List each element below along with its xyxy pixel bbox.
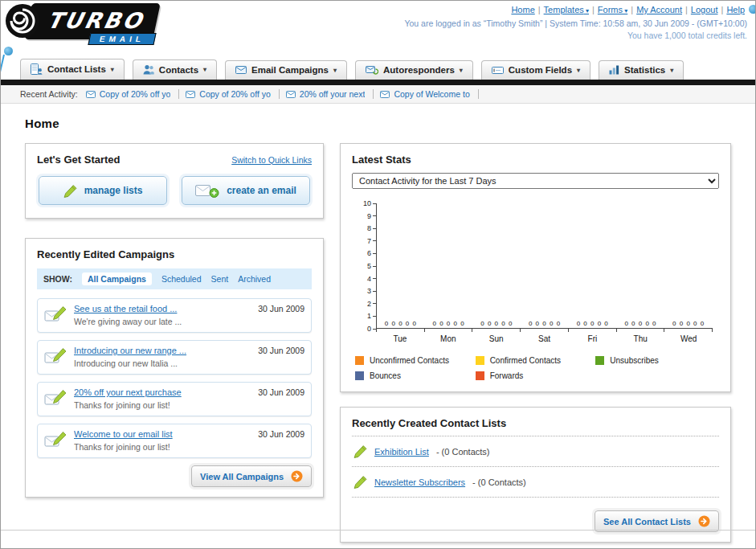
top-link-help[interactable]: Help [726, 5, 745, 14]
legend-label: Unconfirmed Contacts [370, 356, 449, 365]
legend-swatch [355, 356, 364, 365]
main-nav: Contact Lists▾Contacts▾Email Campaigns▾A… [1, 54, 755, 80]
campaign-list: See us at the retail food ...We're givin… [37, 298, 312, 458]
y-axis-tick-label: 4 [367, 275, 376, 283]
chart-x-ticks [376, 329, 713, 332]
envelope-icon [286, 91, 296, 98]
tab-autoresponders[interactable]: Autoresponders▾ [355, 60, 473, 80]
campaign-date: 30 Jun 2009 [258, 387, 304, 397]
chart-value-labels-group: 0 0 0 0 0 [569, 320, 617, 327]
filter-archived[interactable]: Archived [238, 274, 271, 284]
turbo-swirl-icon [4, 2, 41, 39]
y-axis-tick-label: 10 [363, 199, 376, 207]
chart-plot-area: 109876543210 0 0 0 0 00 0 0 0 00 0 0 0 0… [358, 203, 713, 329]
campaigns-filter-bar: SHOW: All CampaignsScheduledSentArchived [37, 268, 312, 289]
recent-activity-item[interactable]: Copy of 20% off yo [86, 89, 180, 99]
x-axis-tick [617, 329, 665, 332]
x-axis-label: Thu [616, 334, 664, 343]
pencil-icon [353, 445, 367, 458]
top-link-my-account[interactable]: My Account [636, 5, 682, 14]
tab-label: Contact Lists [47, 64, 106, 74]
see-all-contact-lists-button[interactable]: See All Contact Lists [595, 510, 719, 532]
page-title: Home [25, 117, 731, 130]
tab-statistics[interactable]: Statistics▾ [599, 60, 684, 80]
recent-activity-item-label: Copy of 20% off yo [100, 89, 171, 99]
top-link-forms[interactable]: Forms ▾ [598, 5, 627, 14]
switch-to-quick-links-link[interactable]: Switch to Quick Links [231, 155, 312, 165]
campaign-texts: See us at the retail food ...We're givin… [74, 304, 246, 326]
envelope-pencil-icon [44, 431, 67, 449]
get-started-title: Let's Get Started [37, 154, 121, 166]
button-label: View All Campaigns [200, 472, 284, 481]
campaign-title-link[interactable]: 20% off your next purchase [74, 387, 246, 397]
campaign-date: 30 Jun 2009 [258, 346, 304, 355]
campaign-item: Welcome to our email listThanks for join… [37, 424, 312, 458]
campaign-subtitle: Thanks for joining our list! [74, 400, 246, 410]
view-all-campaigns-button[interactable]: View All Campaigns [191, 465, 312, 487]
x-axis-label: Tue [376, 334, 424, 343]
contact-list-item: Newsletter Subscribers- (0 Contacts) [352, 467, 719, 498]
x-axis-tick [569, 329, 617, 332]
tab-label: Autoresponders [383, 65, 455, 75]
contact-list-link[interactable]: Exhibition List [374, 447, 429, 457]
envelope-icon [186, 91, 195, 98]
tab-custom-fields[interactable]: Custom Fields▾ [481, 60, 590, 80]
create-an-email-button[interactable]: create an email [182, 176, 310, 205]
tab-email-campaigns[interactable]: Email Campaigns▾ [225, 60, 347, 80]
y-axis-tick-label: 3 [367, 287, 376, 295]
chevron-down-icon: ▾ [333, 67, 337, 74]
manage-lists-button[interactable]: manage lists [39, 176, 167, 205]
stats-period-select[interactable]: Contact Activity for the Last 7 Days [352, 173, 719, 189]
annotation-dot [4, 47, 13, 55]
tab-contact-lists[interactable]: Contact Lists▾ [20, 59, 125, 80]
recent-activity-item[interactable]: Copy of Welcome to [380, 89, 478, 99]
autoresponders-icon [366, 66, 378, 75]
y-tick-value: 1 [367, 312, 371, 320]
contact-lists-icon [31, 64, 43, 75]
y-tick-value: 3 [367, 287, 371, 295]
chart-plot: 0 0 0 0 00 0 0 0 00 0 0 0 00 0 0 0 00 0 … [376, 203, 713, 329]
legend-swatch [355, 371, 364, 380]
button-label: create an email [227, 185, 296, 196]
campaign-subtitle: Thanks for joining our list! [74, 442, 246, 452]
top-link-templates[interactable]: Templates ▾ [544, 5, 589, 14]
envelope-pencil-icon [44, 305, 67, 323]
tab-contacts[interactable]: Contacts▾ [133, 59, 217, 80]
button-label: manage lists [84, 185, 143, 196]
chevron-down-icon: ▾ [623, 7, 627, 14]
chevron-down-icon: ▾ [203, 66, 206, 73]
link-separator: | [721, 5, 724, 14]
filter-sent[interactable]: Sent [211, 274, 229, 284]
top-link-logout[interactable]: Logout [691, 5, 718, 14]
y-axis-tick-label: 7 [367, 237, 376, 245]
top-nav: Home|Templates ▾|Forms ▾|My Account|Logo… [404, 5, 747, 14]
pencil-icon [353, 475, 367, 489]
legend-item: Unconfirmed Contacts [355, 356, 476, 365]
campaign-subtitle: Introducing our new Italia ... [74, 358, 246, 368]
contact-list-link[interactable]: Newsletter Subscribers [374, 477, 465, 487]
chart-value-labels-group: 0 0 0 0 0 [472, 320, 521, 327]
get-started-buttons: manage listscreate an email [37, 176, 312, 208]
show-label: SHOW: [43, 274, 72, 284]
recent-activity-item[interactable]: Copy of 20% off yo [186, 89, 280, 99]
chevron-down-icon: ▾ [577, 67, 580, 74]
legend-label: Forwards [490, 371, 524, 380]
link-separator: | [685, 5, 688, 14]
y-tick-value: 5 [367, 262, 371, 270]
campaign-item: Introducing our new range ...Introducing… [37, 340, 312, 375]
logo-word-email: EMAIL [88, 33, 156, 45]
campaign-title-link[interactable]: Welcome to our email list [74, 429, 246, 439]
campaign-title-link[interactable]: Introducing our new range ... [74, 346, 246, 355]
footer-divider [1, 530, 755, 531]
email-campaigns-icon [235, 66, 247, 74]
filter-all-campaigns[interactable]: All Campaigns [82, 272, 152, 285]
campaign-title-link[interactable]: See us at the retail food ... [74, 304, 246, 313]
recent-activity-item[interactable]: 20% off your next [286, 89, 374, 99]
top-link-home[interactable]: Home [511, 5, 534, 14]
y-tick-value: 0 [367, 325, 371, 333]
filter-scheduled[interactable]: Scheduled [161, 274, 202, 284]
chart-value-labels-group: 0 0 0 0 0 [617, 320, 665, 327]
x-axis-tick [425, 329, 473, 332]
contacts-icon [143, 64, 154, 75]
right-column: Latest Stats Contact Activity for the La… [340, 143, 731, 543]
